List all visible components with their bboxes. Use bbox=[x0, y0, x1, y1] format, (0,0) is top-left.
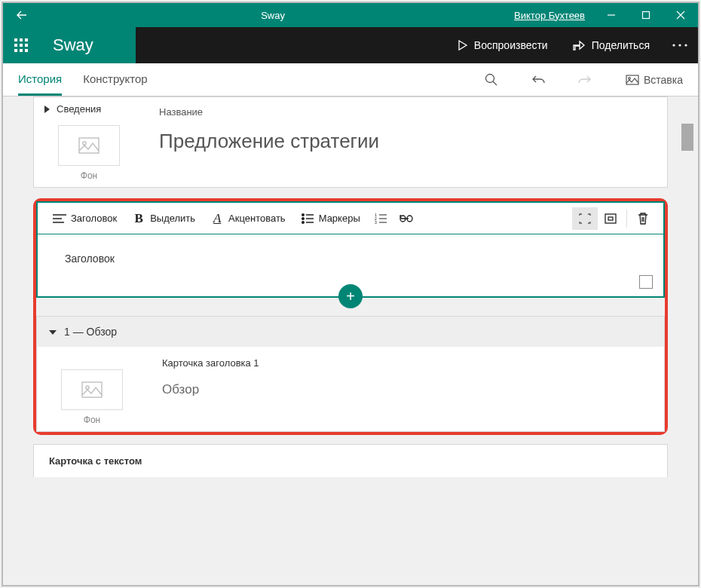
svg-point-19 bbox=[302, 217, 304, 219]
svg-rect-7 bbox=[14, 49, 17, 52]
accent-label: Акцентовать bbox=[228, 213, 286, 224]
presentation-title[interactable]: Предложение стратегии bbox=[159, 130, 652, 153]
play-icon bbox=[456, 39, 468, 51]
svg-rect-14 bbox=[626, 75, 638, 84]
svg-point-29 bbox=[86, 386, 89, 389]
heading-card[interactable]: Заголовок B Выделить A Акцентовать bbox=[36, 201, 665, 298]
back-button[interactable] bbox=[3, 3, 41, 27]
plus-icon: + bbox=[346, 288, 355, 305]
svg-point-20 bbox=[302, 221, 304, 223]
accent-icon: A bbox=[210, 211, 224, 226]
background-thumb[interactable] bbox=[58, 125, 120, 166]
svg-rect-5 bbox=[20, 44, 23, 47]
app-brand: Sway bbox=[39, 27, 136, 63]
highlighted-region: Заголовок B Выделить A Акцентовать bbox=[33, 198, 668, 435]
section-bg-thumb[interactable] bbox=[61, 369, 123, 410]
window-titlebar: Sway Виктор Бухтеев bbox=[3, 3, 698, 27]
undo-icon[interactable] bbox=[532, 74, 546, 86]
section-card-label: Карточка заголовка 1 bbox=[162, 357, 649, 369]
collapse-icon bbox=[49, 328, 57, 335]
svg-rect-26 bbox=[605, 214, 616, 223]
delete-button[interactable] bbox=[630, 207, 656, 230]
svg-rect-3 bbox=[25, 38, 28, 41]
content-area: Сведения Фон Название Предложение страте… bbox=[3, 96, 698, 585]
add-card-button[interactable]: + bbox=[338, 284, 363, 308]
app-bar: Sway Воспроизвести Поделиться bbox=[3, 27, 698, 63]
title-card[interactable]: Сведения Фон Название Предложение страте… bbox=[33, 96, 668, 188]
svg-rect-1 bbox=[14, 38, 17, 41]
close-button[interactable] bbox=[663, 3, 698, 27]
svg-rect-8 bbox=[20, 49, 23, 52]
details-toggle[interactable]: Сведения bbox=[43, 103, 135, 115]
redo-icon bbox=[577, 74, 591, 86]
text-card-label: Карточка с текстом bbox=[49, 455, 142, 467]
link-button[interactable] bbox=[393, 207, 419, 230]
window-title: Sway bbox=[41, 10, 505, 21]
svg-point-18 bbox=[302, 213, 304, 216]
bullets-label: Маркеры bbox=[319, 213, 360, 224]
more-button[interactable] bbox=[662, 44, 698, 47]
numbered-list-button[interactable]: 123 bbox=[368, 207, 393, 230]
svg-rect-0 bbox=[643, 12, 650, 19]
svg-rect-4 bbox=[14, 44, 17, 47]
tab-history[interactable]: История bbox=[18, 63, 62, 96]
text-card[interactable]: Карточка с текстом bbox=[33, 444, 668, 477]
svg-point-11 bbox=[678, 44, 681, 46]
share-label: Поделиться bbox=[592, 39, 650, 51]
heading-style-button[interactable]: Заголовок bbox=[45, 207, 124, 230]
bullets-button[interactable]: Маркеры bbox=[293, 207, 368, 230]
tab-designer[interactable]: Конструктор bbox=[83, 63, 148, 96]
insert-button[interactable]: Вставка bbox=[626, 74, 683, 86]
accent-button[interactable]: A Акцентовать bbox=[203, 207, 293, 230]
user-name[interactable]: Виктор Бухтеев bbox=[505, 10, 594, 21]
play-label: Воспроизвести bbox=[474, 39, 548, 51]
bold-icon: B bbox=[132, 211, 145, 226]
share-button[interactable]: Поделиться bbox=[560, 27, 662, 63]
section-card[interactable]: 1 — Обзор Фон Карточка заголовка 1 Обзор bbox=[36, 316, 665, 432]
maximize-button[interactable] bbox=[629, 3, 663, 27]
chevron-right-icon bbox=[43, 106, 51, 113]
emphasize-button[interactable]: B Выделить bbox=[124, 207, 203, 230]
focus-moderate-button[interactable] bbox=[598, 207, 623, 230]
editor-toolbar: Заголовок B Выделить A Акцентовать bbox=[38, 203, 663, 234]
heading-style-label: Заголовок bbox=[71, 213, 117, 224]
svg-point-12 bbox=[684, 44, 687, 46]
tab-row: История Конструктор Вставка bbox=[3, 63, 698, 96]
minimize-button[interactable] bbox=[594, 3, 629, 27]
scrollbar-thumb[interactable] bbox=[681, 124, 693, 151]
details-label: Сведения bbox=[57, 103, 101, 115]
emphasize-label: Выделить bbox=[150, 213, 195, 224]
svg-point-10 bbox=[672, 44, 675, 46]
title-field-label: Название bbox=[159, 106, 652, 118]
svg-point-17 bbox=[83, 142, 86, 145]
play-button[interactable]: Воспроизвести bbox=[444, 27, 560, 63]
app-launcher-icon[interactable] bbox=[3, 27, 39, 63]
svg-rect-16 bbox=[79, 138, 99, 153]
card-checkbox[interactable] bbox=[639, 275, 653, 289]
svg-rect-2 bbox=[20, 38, 23, 41]
section-bg-label: Фон bbox=[46, 415, 138, 425]
svg-point-13 bbox=[485, 75, 494, 83]
share-icon bbox=[572, 39, 586, 51]
svg-rect-6 bbox=[25, 44, 28, 47]
search-icon[interactable] bbox=[485, 73, 497, 86]
section-head-label: 1 — Обзор bbox=[64, 326, 117, 338]
bullets-icon bbox=[301, 213, 314, 224]
background-label: Фон bbox=[43, 170, 135, 181]
insert-label: Вставка bbox=[644, 74, 683, 86]
heading-text-input[interactable]: Заголовок bbox=[65, 253, 636, 265]
svg-point-15 bbox=[629, 77, 631, 79]
focus-subtle-button[interactable] bbox=[572, 207, 598, 230]
heading-icon bbox=[53, 213, 66, 224]
section-header[interactable]: 1 — Обзор bbox=[37, 317, 664, 347]
svg-rect-9 bbox=[25, 49, 28, 52]
svg-text:3: 3 bbox=[375, 220, 377, 224]
svg-rect-27 bbox=[608, 217, 613, 220]
section-title-text[interactable]: Обзор bbox=[162, 382, 649, 397]
svg-rect-28 bbox=[82, 382, 102, 397]
